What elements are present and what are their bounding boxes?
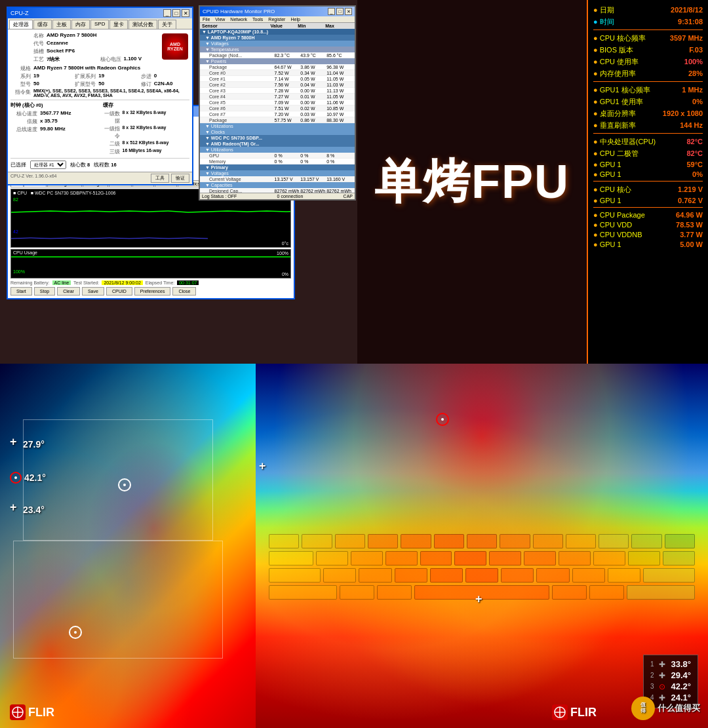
hwmon-row-core7: Core #7 7.20 W 0.03 W 10.97 W — [200, 111, 355, 117]
cpuz-minimize[interactable]: _ — [163, 9, 171, 17]
info-row-cpu-vdd: ● CPU VDD 78.53 W — [593, 220, 703, 229]
aida64-test-started-label: Test Started: — [73, 280, 99, 285]
cpuz-validate-btn[interactable]: 验证 — [171, 174, 189, 183]
hwmon-row-core5: Core #5 7.09 W 0.00 W 11.06 W — [200, 100, 355, 105]
cpuz-cpu-name: AMD Ryzen 7 5800H — [47, 32, 161, 39]
hwmon-row-gpu: GPU 0 % 0 % 8 % — [200, 153, 355, 159]
cpuz-tab-bench[interactable]: 测试分数 — [128, 20, 157, 29]
hwmon-title: CPUID Hardware Monitor PRO — [203, 9, 275, 14]
thermal-image-left: 27.9° 42.1° 23.4° FLIR — [0, 364, 256, 728]
cpuz-tab-memory[interactable]: 内存 — [71, 20, 90, 29]
info-label-cpu-usage: ● CPU 使用率 — [593, 57, 639, 67]
laptop-body-outline — [13, 541, 223, 659]
info-label-gpu1-freq: ● GPU1 核心频率 — [593, 85, 650, 95]
cpuz-tab-processor[interactable]: 处理器 — [9, 20, 33, 29]
aida64-test-started-val: 2021/8/12 9:00:02 — [102, 280, 142, 285]
info-row-gpu1-usage: ● GPU1 使用率 0% — [593, 96, 703, 107]
info-row-gpu1-temp: ● GPU 1 59°C — [593, 159, 703, 169]
hwmon-close[interactable]: ✕ — [345, 8, 352, 15]
cpuz-tab-mainboard[interactable]: 主板 — [52, 20, 71, 29]
hwmon-menu-file[interactable]: File — [203, 17, 210, 22]
info-label-resolution: ● 桌面分辨率 — [593, 109, 636, 119]
flir-icon-left — [10, 704, 26, 720]
hwmon-menu-register[interactable]: Register — [268, 17, 285, 22]
aida64-temp-svg — [11, 202, 290, 247]
cpuz-tab-cache[interactable]: 缓存 — [33, 20, 52, 29]
top-section: CPU-Z _ □ ✕ 处理器 缓存 主板 内存 SPD 显卡 测试分数 关于 … — [0, 0, 708, 364]
hwmon-window: CPUID Hardware Monitor PRO _ □ ✕ File Vi… — [199, 5, 356, 201]
temp-val-1: 33.8° — [671, 659, 691, 669]
aida64-cpuid-btn[interactable]: CPUID — [106, 287, 132, 296]
hwmon-row-core4: Core #4 7.27 W 0.01 W 11.05 W — [200, 94, 355, 100]
aida64-prefs-btn[interactable]: Preferences — [134, 287, 171, 296]
hwmon-primary-voltages-sub: ▼ Voltages — [200, 170, 355, 176]
info-divider-5 — [593, 207, 703, 208]
hwmon-row-core1: Core #1 7.14 W 0.05 W 11.05 W — [200, 76, 355, 82]
cpuz-amd-logo: AMDRYZEN — [162, 33, 188, 60]
cross-marker-1 — [10, 439, 20, 450]
hwmon-connections: 0 connection — [277, 194, 304, 199]
info-row-cpu-pkg: ● CPU Package 64.96 W — [593, 210, 703, 220]
flir-icon-right — [552, 704, 568, 720]
hwmon-log-status: Log Status : OFF — [202, 194, 237, 199]
info-label-gpu1-pct: ● GPU 1 — [593, 170, 621, 178]
cpuz-tool-btn[interactable]: 工具 — [151, 174, 169, 183]
cpuz-tab-about[interactable]: 关于 — [158, 20, 176, 29]
cpuz-tab-spd[interactable]: SPD — [90, 20, 109, 29]
info-row-cpu-usage: ● CPU 使用率 100% — [593, 56, 703, 67]
info-value-time: 9:31:08 — [678, 18, 703, 26]
cpuz-maximize[interactable]: □ — [172, 9, 180, 17]
info-row-cpu-core-v: ● CPU 核心 1.219 V — [593, 183, 703, 195]
aida64-stop-btn[interactable]: Stop — [34, 287, 55, 296]
info-label-gpu1-temp: ● GPU 1 — [593, 161, 621, 168]
hwmon-titlebar-buttons: _ □ ✕ — [328, 8, 352, 15]
hwmon-gpu-utils-sub: ▼ Utilizations — [200, 147, 355, 153]
hotspot-marker-left — [118, 478, 131, 491]
info-label-time: ● 时间 — [593, 17, 614, 27]
hwmon-minimize[interactable]: _ — [328, 8, 335, 15]
info-value-refresh: 144 Hz — [680, 121, 703, 129]
hwmon-row-current-voltage: Current Voltage 13.157 V 13.157 V 13.160… — [200, 176, 355, 182]
hwmon-maximize[interactable]: □ — [336, 8, 344, 15]
cpuz-core-select[interactable]: 处理器 #1 — [30, 161, 66, 169]
hwmon-row-core0: Core #0 7.52 W 0.34 W 11.04 W — [200, 70, 355, 76]
hwmon-row-package-node: Package (Nod... 82.3 °C 43.9 °C 85.6 °C — [200, 52, 355, 58]
hwmon-col-value: Value — [271, 24, 298, 28]
info-value-gpu1-usage: 0% — [692, 98, 703, 105]
info-row-gpu1-pct: ● GPU 1 0% — [593, 169, 703, 179]
temp-icon-1: ✚ — [659, 660, 665, 669]
aida64-100pct-mark: 100% — [13, 269, 25, 274]
cpuz-close[interactable]: ✕ — [182, 9, 189, 17]
hwmon-row-core2: Core #2 7.56 W 0.04 W 11.03 W — [200, 82, 355, 88]
hwmon-row-core3: Core #3 7.28 W 0.00 W 11.13 W — [200, 88, 355, 94]
hwmon-menu-view[interactable]: View — [215, 17, 225, 22]
flir-logo-right: FLIR — [552, 704, 597, 720]
temp-row-3: 3 ⊙ 42.2° — [650, 681, 691, 691]
hwmon-menu-network[interactable]: Network — [230, 17, 247, 22]
info-divider-3 — [593, 133, 703, 134]
hwmon-menu-help[interactable]: Help — [290, 17, 300, 22]
right-info-panel: ● 日期 2021/8/12 ● 时间 9:31:08 ● CPU 核心频率 3… — [587, 0, 708, 364]
aida64-start-btn[interactable]: Start — [10, 287, 32, 296]
cpuz-titlebar-buttons: _ □ ✕ — [163, 9, 189, 17]
aida64-clear-btn[interactable]: Clear — [57, 287, 80, 296]
info-label-mem-usage: ● 内存使用率 — [593, 69, 636, 79]
info-value-gpu1-w: 5.00 W — [680, 240, 703, 248]
aida64-battery-val: AC line — [52, 280, 71, 285]
hwmon-row-total: Package 57.75 W 0.86 W 88.30 W — [200, 117, 355, 123]
hwmon-row-memory: Memory 0 % 0 % 0 % — [200, 159, 355, 164]
cpuz-content: AMDRYZEN 名称AMD Ryzen 7 5800H 代号Cezanne 插… — [8, 29, 192, 172]
temp-label-3: 23.4° — [23, 505, 45, 515]
aida64-cpu-svg — [11, 256, 290, 275]
info-label-cpu-temp: ● 中央处理器(CPU) — [593, 137, 656, 147]
info-row-cpu-vddnb: ● CPU VDDNB 3.77 W — [593, 229, 703, 239]
aida64-elapsed-label: Elapsed Time: — [146, 280, 174, 285]
cpuz-tab-gpu[interactable]: 显卡 — [109, 20, 128, 29]
watermark: 值得 什么值得买 — [631, 697, 700, 720]
info-value-bios: F.03 — [689, 46, 703, 54]
hwmon-menu-tools[interactable]: Tools — [252, 17, 263, 22]
aida64-close-btn[interactable]: Close — [172, 287, 196, 296]
aida64-save-btn[interactable]: Save — [82, 287, 104, 296]
aida64-bottom-row: Remaining Battery: AC line Test Started:… — [10, 280, 291, 285]
info-label-refresh: ● 垂直刷新率 — [593, 121, 636, 130]
